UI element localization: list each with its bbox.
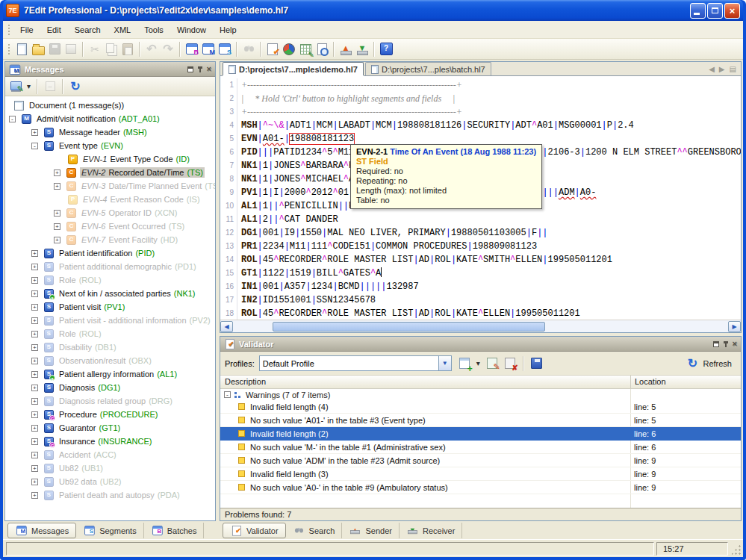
horizontal-scrollbar[interactable]: ◀ ▶ <box>220 320 741 332</box>
validate-icon[interactable] <box>264 41 281 57</box>
tab-scroll-left-icon[interactable]: ◀ <box>709 65 715 73</box>
tree-item-insurance[interactable]: +SGInsurance(INSURANCE) <box>5 435 215 448</box>
validation-warning-row[interactable]: Invalid field length (2)line: 6 <box>220 427 741 441</box>
statistics-icon[interactable] <box>281 41 297 57</box>
tree-item-al1[interactable]: +SaPatient allergy information(AL1) <box>5 367 215 381</box>
tree-expander-icon[interactable]: + <box>31 129 38 136</box>
menu-search[interactable]: Search <box>68 23 108 37</box>
receiver-icon[interactable] <box>354 41 370 57</box>
tree-item-ub1[interactable]: +SUb82(UB1) <box>5 461 215 475</box>
validation-warning-row[interactable]: No such value 'ADM' in the table #23 (Ad… <box>220 454 741 467</box>
tree-item-ts[interactable]: +CEVN-6Event Occurred(TS) <box>5 220 215 233</box>
preview-icon[interactable] <box>314 41 330 57</box>
tree-expander-icon[interactable]: + <box>31 398 38 405</box>
menu-window[interactable]: Window <box>170 23 213 37</box>
tree-item-is[interactable]: PEVN-4Event Reason Code(IS) <box>5 193 215 206</box>
description-column-header[interactable]: Description <box>220 376 630 388</box>
dock-tab-segments[interactable]: Segments <box>76 523 144 538</box>
tree-expander-icon[interactable]: + <box>31 358 38 364</box>
dock-tab-validator[interactable]: Validator <box>223 523 286 538</box>
profile-select[interactable]: Default Profile ▼ <box>259 355 452 371</box>
tree-expander-icon[interactable]: + <box>31 465 38 472</box>
open-file-icon[interactable] <box>30 41 46 57</box>
scroll-track[interactable] <box>233 321 728 332</box>
tree-expander-icon[interactable]: + <box>31 331 38 337</box>
new-file-icon[interactable] <box>13 41 30 57</box>
messages-view-icon[interactable] <box>200 41 217 57</box>
tree-expander-icon[interactable]: + <box>31 438 38 445</box>
validation-warning-row[interactable]: No such value 'A01-' in the table #3 (Ev… <box>220 414 741 427</box>
menu-edit[interactable]: Edit <box>40 23 68 37</box>
tree-expander-icon[interactable]: + <box>54 183 60 190</box>
editor-tab[interactable]: D:\projects\7...mples\demo.hl7 <box>223 62 364 75</box>
message-tree[interactable]: Document (1 message(s))-MAdmit/visit not… <box>5 96 215 520</box>
help-icon[interactable] <box>378 41 394 57</box>
dock-tab-messages[interactable]: Messages <box>7 523 76 538</box>
tree-item-ts[interactable]: +CEVN-3Date/Time Planned Event(TS) <box>5 179 215 193</box>
tree-item-hd[interactable]: +CEVN-7Event Facility(HD) <box>5 233 215 246</box>
group-collapse-icon[interactable]: - <box>224 391 231 398</box>
tree-expander-icon[interactable]: + <box>31 411 38 418</box>
menu-help[interactable]: Help <box>213 23 243 37</box>
menu-tools[interactable]: Tools <box>137 23 170 37</box>
tree-expander-icon[interactable]: + <box>31 344 38 351</box>
dock-tab-batches[interactable]: Batches <box>144 523 205 538</box>
add-profile-icon[interactable] <box>456 355 473 372</box>
float-panel-icon[interactable] <box>713 341 719 347</box>
combo-dropdown-icon[interactable]: ▼ <box>438 356 451 370</box>
tree-expander-icon[interactable]: + <box>31 385 38 391</box>
tree-expander-icon[interactable]: - <box>31 143 38 149</box>
maximize-button[interactable] <box>707 3 723 19</box>
tree-expander-icon[interactable]: + <box>31 317 38 324</box>
validation-warning-row[interactable]: Invalid field length (3)line: 9 <box>220 467 741 481</box>
segments-view-icon[interactable] <box>217 41 233 57</box>
scroll-thumb[interactable] <box>273 322 545 332</box>
tree-item-dg1[interactable]: +SDiagnosis(DG1) <box>5 381 215 394</box>
sender-icon[interactable] <box>338 41 354 57</box>
resize-grip[interactable] <box>730 542 742 556</box>
tree-expander-icon[interactable]: + <box>31 452 38 458</box>
tree-item-pda[interactable]: +SPatient death and autopsy(PDA) <box>5 488 215 502</box>
tree-expander-icon[interactable]: + <box>31 290 38 297</box>
tree-item-acc[interactable]: +SAccident(ACC) <box>5 448 215 461</box>
tree-expander-icon[interactable]: + <box>31 277 38 284</box>
validation-warning-row[interactable]: Invalid field length (4)line: 5 <box>220 400 741 414</box>
pin-panel-icon[interactable] <box>197 66 203 73</box>
tree-item-obx[interactable]: +SObservation/result(OBX) <box>5 354 215 367</box>
tree-item-ub2[interactable]: +SUb92 data(UB2) <box>5 475 215 488</box>
close-panel-icon[interactable]: × <box>207 65 211 73</box>
dock-tab-search[interactable]: Search <box>286 523 343 538</box>
minimize-button[interactable] <box>690 3 706 19</box>
tree-item-pv1[interactable]: +SPatient visit(PV1) <box>5 300 215 314</box>
dock-tab-sender[interactable]: Sender <box>342 523 399 538</box>
tree-item-gt1[interactable]: +SGuarantor(GT1) <box>5 421 215 435</box>
tab-scroll-right-icon[interactable]: ▶ <box>719 65 725 73</box>
tree-item-pd1[interactable]: +SPatient additional demographic(PD1) <box>5 260 215 273</box>
warnings-group-row[interactable]: - Warnings (7 of 7 items) <box>220 389 741 400</box>
tree-expander-icon[interactable]: + <box>54 169 60 176</box>
dropdown-caret-icon[interactable] <box>25 78 33 95</box>
tree-item-pv2[interactable]: +SPatient visit - additional information… <box>5 314 215 327</box>
tree-item-id[interactable]: PEVN-1Event Type Code(ID) <box>5 152 215 166</box>
location-column-header[interactable]: Location <box>630 376 741 388</box>
tree-expander-icon[interactable]: + <box>31 425 38 432</box>
tree-item-db1[interactable]: +SDisability(DB1) <box>5 340 215 354</box>
dock-tab-receiver[interactable]: Receiver <box>400 523 462 538</box>
tree-item-pid[interactable]: +SPatient identification(PID) <box>5 246 215 260</box>
tree-expander-icon[interactable]: + <box>31 492 38 499</box>
edit-profile-icon[interactable] <box>484 355 500 372</box>
scroll-left-arrow[interactable]: ◀ <box>220 321 233 332</box>
tree-item-xcn[interactable]: +CEVN-5Operator ID(XCN) <box>5 206 215 220</box>
tree-item-ts[interactable]: +CEVN-2Recorded Date/Time(TS) <box>5 166 215 179</box>
tree-expander-icon[interactable]: + <box>31 250 38 257</box>
scroll-right-arrow[interactable]: ▶ <box>728 321 741 332</box>
editor-tab[interactable]: D:\projects\7...ples\batch.hl7 <box>365 62 491 75</box>
toolbar-grip[interactable] <box>7 43 10 55</box>
tree-expander-icon[interactable]: + <box>54 223 60 230</box>
tree-expander-icon[interactable]: + <box>31 304 38 311</box>
save-profile-icon[interactable] <box>529 355 545 372</box>
tab-list-icon[interactable]: ▤ <box>730 65 736 73</box>
tree-expander-icon[interactable]: + <box>54 210 60 217</box>
validation-warning-row[interactable]: No such value 'M-' in the table #1 (Admi… <box>220 441 741 454</box>
tree-item-drg[interactable]: +SDiagnosis related group(DRG) <box>5 394 215 408</box>
